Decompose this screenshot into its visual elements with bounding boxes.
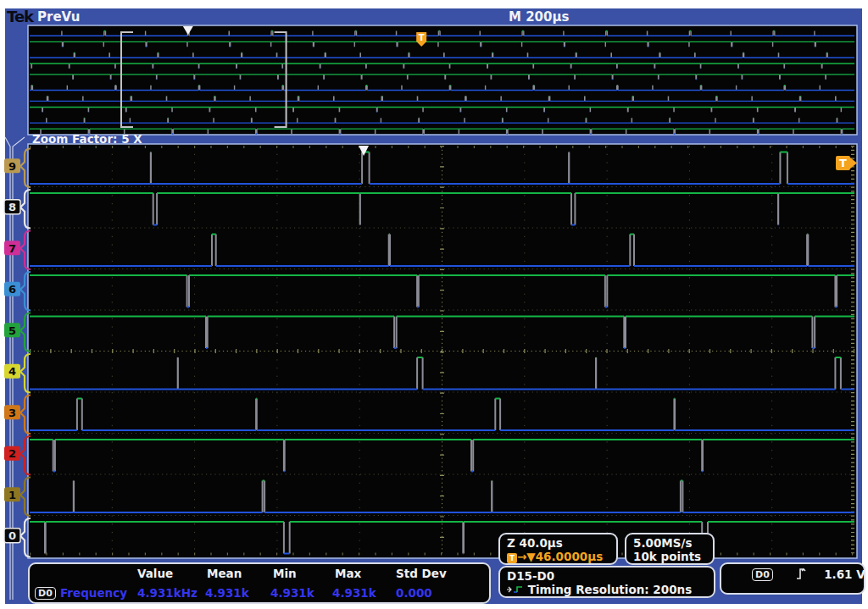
svg-text:0: 0	[8, 529, 16, 542]
channel-label-7: 7	[4, 231, 31, 270]
timing-resolution-row: Timing Resolution: 200ns	[507, 583, 707, 596]
channel-label-6: 6	[4, 272, 31, 311]
trigger-source-badge: D0	[752, 568, 773, 581]
trigger-level-readout: 1.61 V	[824, 567, 865, 581]
timing-resolution-label: Timing Resolution: 200ns	[528, 583, 693, 596]
measure-header-min: Min	[273, 567, 297, 580]
svg-text:6: 6	[8, 283, 16, 296]
measure-max: 4.931k	[332, 586, 376, 600]
channel-label-8: 8	[4, 190, 31, 229]
trigger-delay-readout: T→▼46.0000µs	[507, 550, 609, 563]
zoom-timebase-readout-box: Z 40.0µs T→▼46.0000µs	[498, 533, 618, 565]
svg-text:T: T	[839, 157, 847, 169]
channel-label-4: 4	[4, 354, 31, 393]
channel-label-1: 1	[4, 478, 31, 517]
channel-label-9: 9	[4, 149, 31, 188]
svg-text:3: 3	[8, 407, 16, 419]
measure-value: 4.931kHz	[137, 586, 198, 600]
main-timebase-readout: M 200µs	[509, 9, 569, 25]
svg-text:2: 2	[8, 447, 16, 460]
svg-text:7: 7	[8, 242, 16, 255]
measurement-readout-box: Value Mean Min Max Std Dev D0 Frequency …	[28, 562, 491, 604]
digital-waveform-icon	[507, 584, 524, 595]
trigger-readout-box: D0 1.61 V	[720, 562, 865, 595]
channel-label-0: 0	[4, 518, 31, 557]
measure-source-badge: D0	[35, 586, 56, 600]
channel-label-5: 5	[4, 313, 31, 352]
sample-rate-readout: 5.00MS/s	[633, 536, 706, 550]
waveform-display: TT9876543210	[0, 0, 868, 609]
measure-header-stddev: Std Dev	[396, 567, 447, 580]
trigger-t-icon: T	[507, 553, 517, 563]
measure-stddev: 0.000	[396, 586, 432, 600]
measure-header-mean: Mean	[207, 567, 242, 580]
measure-min: 4.931k	[270, 586, 314, 600]
acquisition-mode-label: PreVu	[37, 9, 80, 25]
svg-text:9: 9	[8, 160, 16, 173]
zoom-factor-label: Zoom Factor: 5 X	[32, 132, 142, 146]
acquisition-readout-box: 5.00MS/s 10k points	[625, 533, 715, 565]
rising-edge-slope-icon	[796, 567, 807, 580]
measure-header-max: Max	[335, 567, 361, 580]
bus-label: D15-D0	[507, 569, 707, 583]
svg-text:1: 1	[8, 489, 16, 501]
record-length-readout: 10k points	[633, 550, 706, 563]
tek-logo: Tek	[7, 8, 33, 25]
svg-text:5: 5	[8, 324, 16, 337]
measure-header-value: Value	[137, 567, 173, 580]
digital-bus-readout-box: D15-D0 Timing Resolution: 200ns	[498, 566, 715, 598]
oscilloscope-screenshot: { "header": { "logo": "Tek", "acq_mode":…	[0, 0, 868, 609]
svg-text:T: T	[419, 33, 425, 42]
svg-text:4: 4	[8, 365, 16, 378]
zoom-scale-readout: Z 40.0µs	[507, 536, 609, 550]
channel-label-3: 3	[4, 396, 31, 435]
measure-name: Frequency	[60, 586, 127, 600]
svg-text:8: 8	[8, 201, 16, 213]
measure-mean: 4.931k	[205, 586, 249, 600]
channel-label-2: 2	[4, 436, 31, 475]
